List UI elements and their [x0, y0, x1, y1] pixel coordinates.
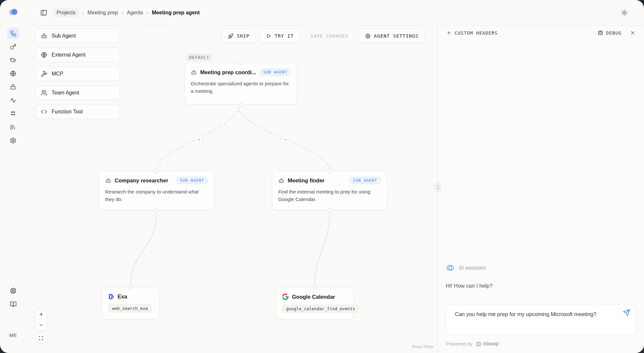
- edge-arrow-marker: →: [281, 134, 290, 143]
- powered-by-footer: Powered by inkeep: [446, 335, 636, 353]
- rail-item-docs[interactable]: [7, 298, 19, 310]
- exa-logo-icon: [108, 294, 114, 300]
- bot-icon: [41, 33, 47, 39]
- breadcrumb-agents[interactable]: Agents: [127, 10, 143, 16]
- chat-body: AI assistant Hi! How can I help? Can you…: [438, 41, 644, 353]
- theme-toggle-button[interactable]: [621, 9, 628, 16]
- google-logo-icon: [282, 294, 289, 300]
- fit-view-button[interactable]: [35, 333, 46, 343]
- life-buoy-icon: [10, 287, 17, 294]
- palette-item-sub-agent[interactable]: Sub Agent: [35, 29, 120, 43]
- chat-input[interactable]: Can you help me prep for my upcoming Mic…: [446, 304, 636, 335]
- globe-icon: [41, 52, 47, 58]
- user-avatar[interactable]: ME: [9, 332, 17, 338]
- node-description: Find the external meeting to prep for us…: [278, 188, 381, 203]
- workflow-icon: [10, 30, 17, 37]
- node-exa-tool[interactable]: Exa web_search_exa: [102, 288, 159, 319]
- play-icon: [266, 33, 271, 39]
- debug-button[interactable]: DEBUG: [598, 30, 621, 36]
- grip-dots-icon: [437, 185, 439, 190]
- node-meeting-finder[interactable]: Meeting finder SUB AGENT Find the extern…: [272, 171, 387, 210]
- node-google-calendar-tool[interactable]: Google Calendar google_calendar_find_eve…: [276, 288, 354, 319]
- try-it-button[interactable]: TRY IT: [260, 29, 300, 43]
- save-changes-label: SAVE CHANGES: [310, 33, 348, 39]
- canvas-controls: + −: [35, 309, 47, 343]
- inkeep-assistant-icon: [446, 263, 455, 272]
- palette-item-function-tool[interactable]: Function Tool: [35, 105, 120, 119]
- rail-item-settings[interactable]: [7, 135, 19, 146]
- book-icon: [10, 301, 17, 308]
- tool-tag: google_calendar_find_events: [282, 305, 359, 313]
- code-icon: [41, 109, 47, 115]
- rail-item-web[interactable]: [7, 68, 19, 79]
- node-meeting-prep-coordinator[interactable]: Meeting prep coordi... SUB AGENT Orchest…: [185, 63, 297, 105]
- ship-button[interactable]: SHIP: [221, 29, 256, 43]
- rail-item-components[interactable]: [7, 108, 19, 120]
- save-changes-button[interactable]: SAVE CHANGES: [304, 29, 355, 43]
- node-handle-bottom[interactable]: [239, 102, 243, 107]
- plus-icon: [446, 30, 451, 35]
- node-handle-bottom[interactable]: [328, 208, 332, 212]
- inkeep-logo-icon: [475, 341, 482, 347]
- sub-agent-badge: SUB AGENT: [349, 177, 381, 184]
- zoom-out-button[interactable]: −: [36, 320, 47, 330]
- tool-tag: web_search_exa: [108, 304, 152, 312]
- paper-plane-icon: [623, 309, 630, 316]
- rail-item-credentials[interactable]: [7, 81, 19, 93]
- custom-headers-button[interactable]: CUSTOM HEADERS: [446, 30, 498, 36]
- node-handle-top[interactable]: [154, 169, 159, 173]
- react-flow-attribution[interactable]: React Flow: [412, 344, 433, 349]
- flow-canvas[interactable]: → → Sub Agent External Agent: [26, 25, 438, 353]
- assistant-header: AI assistant: [446, 263, 636, 272]
- rail-item-keys[interactable]: [7, 41, 19, 53]
- palette-item-team-agent[interactable]: Team Agent: [35, 86, 120, 100]
- zoom-in-button[interactable]: +: [36, 309, 47, 320]
- node-palette: Sub Agent External Agent MCP: [35, 29, 120, 119]
- node-handle-top[interactable]: [129, 286, 133, 290]
- node-handle-top[interactable]: [328, 169, 332, 173]
- send-button[interactable]: [623, 309, 630, 316]
- ship-label: SHIP: [237, 33, 250, 39]
- palette-item-external-agent[interactable]: External Agent: [35, 48, 120, 62]
- chat-panel: CUSTOM HEADERS DEBUG: [438, 25, 644, 353]
- panel-resize-handle[interactable]: [435, 183, 441, 192]
- palette-item-label: External Agent: [52, 52, 86, 58]
- node-title: Google Calendar: [292, 294, 335, 300]
- breadcrumb-projects[interactable]: Projects: [53, 8, 79, 17]
- bot-icon: [105, 177, 111, 184]
- breadcrumb-separator: ›: [82, 10, 84, 15]
- assistant-message: Hi! How can I help?: [446, 283, 636, 289]
- sidebar-toggle-button[interactable]: [40, 9, 47, 16]
- node-title: Company researcher: [115, 177, 168, 184]
- inkeep-logo-icon[interactable]: [8, 7, 19, 17]
- custom-headers-label: CUSTOM HEADERS: [455, 30, 498, 36]
- node-handle-bottom[interactable]: [154, 208, 159, 212]
- breadcrumb-meeting-prep[interactable]: Meeting prep: [88, 10, 118, 16]
- maximize-icon: [39, 336, 43, 341]
- rail-item-library[interactable]: [7, 121, 19, 133]
- palette-item-mcp[interactable]: MCP: [35, 67, 120, 81]
- rail-item-help[interactable]: [7, 285, 19, 296]
- canvas-toolbar: SHIP TRY IT SAVE CHANGES: [221, 29, 425, 43]
- node-company-researcher[interactable]: Company researcher SUB AGENT Research th…: [99, 171, 214, 210]
- default-agent-tag: DEFAULT: [186, 54, 212, 61]
- rail-item-tags[interactable]: [7, 54, 19, 66]
- agent-settings-label: AGENT SETTINGS: [374, 33, 418, 39]
- lock-icon: [10, 84, 16, 90]
- close-panel-button[interactable]: [630, 30, 636, 36]
- palette-item-label: MCP: [52, 71, 63, 77]
- rail-item-activity[interactable]: [7, 94, 19, 106]
- sun-icon: [621, 9, 628, 16]
- top-bar: Projects › Meeting prep › Agents › Meeti…: [26, 0, 644, 25]
- powered-by-label: Powered by: [446, 341, 473, 347]
- node-handle-top[interactable]: [313, 286, 317, 290]
- key-icon: [10, 43, 16, 50]
- rocket-icon: [228, 33, 233, 39]
- inkeep-brand[interactable]: inkeep: [475, 341, 499, 347]
- node-handle-top[interactable]: [239, 61, 243, 65]
- try-it-label: TRY IT: [275, 33, 294, 39]
- node-title: Exa: [118, 294, 127, 300]
- rail-item-graph[interactable]: [7, 27, 19, 39]
- agent-settings-button[interactable]: AGENT SETTINGS: [359, 29, 425, 43]
- panel-left-icon: [40, 9, 47, 16]
